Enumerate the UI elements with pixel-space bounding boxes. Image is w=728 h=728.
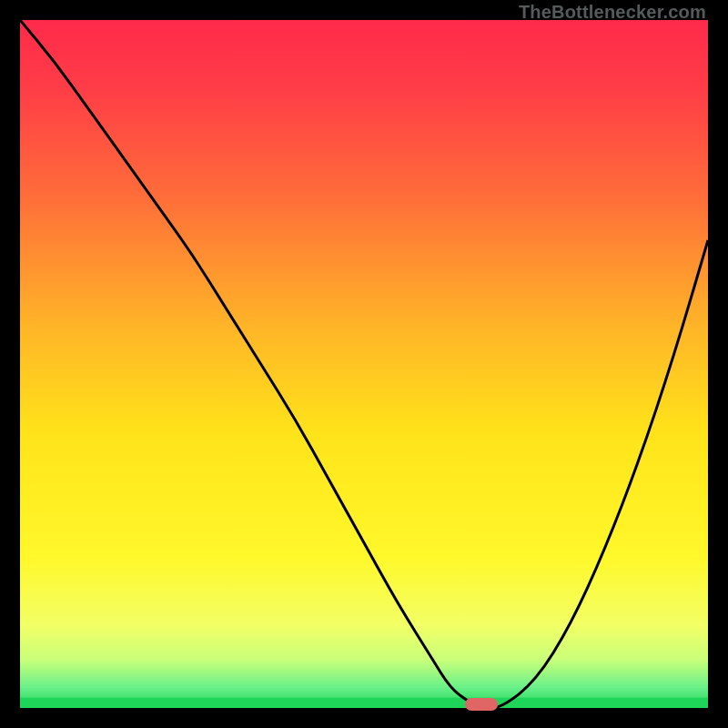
- gradient-background: [20, 20, 708, 708]
- optimal-point-marker: [465, 698, 498, 711]
- plot-area: [20, 20, 708, 708]
- watermark-text: TheBottlenecker.com: [519, 2, 706, 23]
- chart-frame: TheBottlenecker.com: [0, 0, 728, 728]
- bottleneck-chart: [20, 20, 708, 708]
- green-baseline-band: [20, 698, 708, 708]
